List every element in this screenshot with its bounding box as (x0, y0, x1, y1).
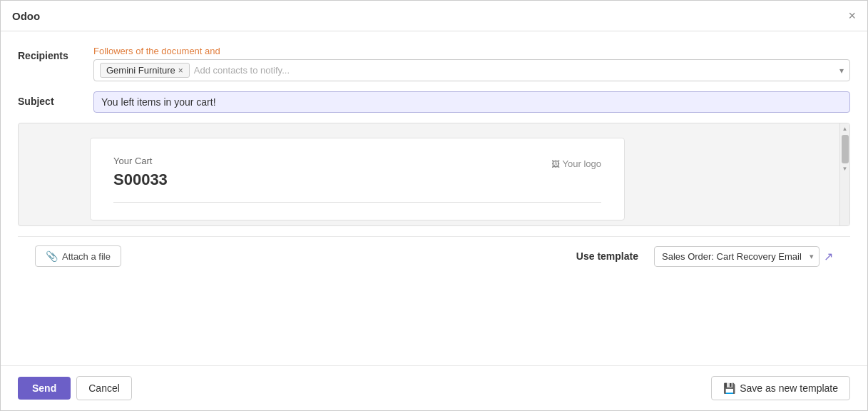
email-cart-label: Your Cart (113, 156, 601, 166)
template-select[interactable]: Sales Order: Cart Recovery Email (654, 246, 820, 267)
email-card: Your Cart S00033 🖼 Your logo (90, 138, 625, 220)
subject-field (93, 91, 850, 113)
bottom-bar: 📎 Attach a file Use template Sales Order… (18, 236, 850, 275)
scrollbar-up-arrow[interactable]: ▲ (840, 123, 850, 133)
subject-label: Subject (18, 91, 82, 107)
recipients-row: Recipients Followers of the document and… (18, 46, 850, 81)
save-template-label: Save as new template (740, 382, 838, 394)
email-card-divider (113, 202, 601, 203)
scrollbar-thumb[interactable] (842, 135, 849, 163)
odoo-dialog: Odoo × Recipients Followers of the docum… (0, 0, 868, 411)
send-button[interactable]: Send (18, 377, 71, 400)
email-logo: 🖼 Your logo (551, 158, 601, 169)
recipient-tag-label: Gemini Furniture (106, 65, 175, 76)
image-icon: 🖼 (551, 159, 560, 169)
scrollbar-track: ▲ ▼ (839, 123, 849, 225)
email-preview-container: Your Cart S00033 🖼 Your logo ▲ ▼ (18, 123, 850, 226)
email-logo-label: Your logo (563, 158, 601, 169)
attach-file-button[interactable]: 📎 Attach a file (35, 245, 121, 267)
save-template-button[interactable]: 💾 Save as new template (711, 376, 850, 400)
recipients-placeholder: Add contacts to notify... (194, 65, 844, 76)
tag-remove-icon[interactable]: × (178, 66, 183, 76)
recipients-field: Followers of the document and Gemini Fur… (93, 46, 850, 81)
template-external-link[interactable]: ↗ (824, 250, 833, 263)
dialog-title: Odoo (12, 10, 40, 22)
dialog-footer: Send Cancel 💾 Save as new template (1, 365, 867, 410)
recipients-label: Recipients (18, 46, 82, 61)
recipients-hint: Followers of the document and (93, 46, 850, 56)
email-order-number: S00033 (113, 171, 601, 189)
recipients-dropdown-arrow[interactable]: ▾ (839, 66, 844, 76)
template-select-container: Sales Order: Cart Recovery Email ▾ (654, 246, 820, 267)
cancel-button[interactable]: Cancel (76, 376, 132, 400)
recipient-tag: Gemini Furniture × (100, 63, 190, 78)
attach-label: Attach a file (62, 251, 111, 262)
template-select-wrapper: Sales Order: Cart Recovery Email ▾ ↗ (654, 246, 833, 267)
floppy-icon: 💾 (723, 382, 735, 394)
recipients-input-wrapper[interactable]: Gemini Furniture × Add contacts to notif… (93, 59, 850, 81)
subject-row: Subject (18, 91, 850, 113)
subject-input[interactable] (93, 91, 850, 113)
dialog-body: Recipients Followers of the document and… (1, 31, 867, 365)
close-button[interactable]: × (848, 9, 856, 22)
email-preview-inner: Your Cart S00033 🖼 Your logo (19, 123, 839, 225)
clip-icon: 📎 (46, 250, 58, 262)
dialog-header: Odoo × (1, 1, 867, 31)
use-template-label: Use template (576, 250, 638, 262)
scrollbar-down-arrow[interactable]: ▼ (840, 163, 850, 173)
